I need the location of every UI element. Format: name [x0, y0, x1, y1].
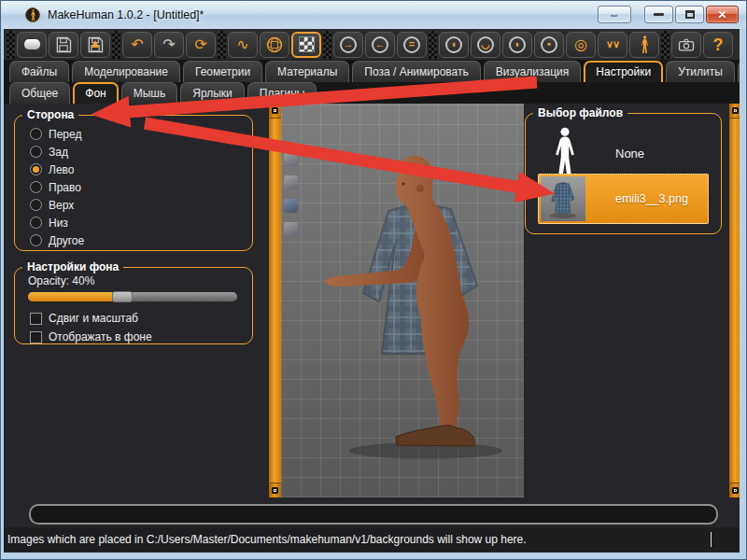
tab-geometries[interactable]: Геометрии [183, 61, 262, 82]
view-face-side-button[interactable]: • [534, 32, 564, 58]
status-bar: Images which are placed in C:/Users/Mast… [4, 527, 740, 552]
background-settings-title: Настройки фона [22, 260, 123, 273]
file-item-none[interactable]: None [544, 125, 703, 181]
radio-right[interactable]: Право [30, 178, 245, 196]
maximize-button[interactable] [675, 6, 704, 23]
background-button[interactable] [291, 32, 321, 58]
human-model-scene [281, 104, 524, 497]
tab-modelling[interactable]: Моделирование [72, 61, 180, 82]
opacity-slider[interactable] [28, 292, 237, 301]
radio-icon [30, 217, 42, 229]
reload-button[interactable]: ⟳ [186, 32, 216, 58]
flip-right-button[interactable]: → [333, 32, 363, 58]
save-floppy-icon [54, 35, 73, 54]
view-body-button[interactable] [629, 32, 659, 58]
radio-top[interactable]: Верх [30, 196, 245, 214]
main-tab-bar: Файлы Моделирование Геометрии Материалы … [4, 60, 740, 82]
model-ear [416, 185, 424, 192]
tab-pose-animate[interactable]: Поза / Анимировать [352, 61, 480, 82]
asset-thumbnail[interactable] [284, 175, 298, 189]
checkbox-icon [30, 331, 42, 343]
toolbar-separator [323, 31, 331, 59]
load-button[interactable] [80, 32, 110, 58]
splitter-handle-icon[interactable] [269, 104, 281, 119]
checkbox-move-scale[interactable]: Сдвиг и масштаб [30, 309, 152, 328]
view-face-right-button[interactable]: ◗ [502, 32, 532, 58]
grab-screenshot-button[interactable] [671, 32, 701, 58]
view-top-button[interactable]: ◎ [566, 32, 596, 58]
radio-other[interactable]: Другое [30, 231, 245, 249]
flip-right-icon: → [340, 36, 357, 53]
radio-left[interactable]: Лево [30, 161, 245, 178]
file-chooser-group: Выбор файлов None emili3__3.png [525, 113, 722, 234]
background-settings-group: Настройки фона Opacity: 40% Сдвиг и масш… [14, 267, 253, 344]
asset-thumbnail[interactable] [284, 199, 298, 213]
redo-button[interactable]: ↷ [154, 32, 184, 58]
view-face-bottom-button[interactable]: ◡ [471, 32, 500, 58]
view-face-left-button[interactable]: ◖ [439, 32, 469, 58]
symmetry-button[interactable]: = [397, 32, 427, 58]
new-document-icon [24, 39, 40, 49]
main-toolbar: ↶ ↷ ⟳ ∿ → ← = ◖ ◡ ◗ • ◎ ∨∨ ? [4, 29, 740, 60]
settings-sub-tab-bar: Общее Фон Мышь Ярлыки Плагины [4, 82, 740, 104]
undo-button[interactable]: ↶ [122, 32, 152, 58]
new-button[interactable] [17, 32, 47, 58]
file-item-emili3-selected[interactable]: emili3__3.png [538, 174, 709, 224]
radio-selected-icon [30, 163, 42, 175]
close-button[interactable]: ✕ [706, 6, 739, 23]
opacity-handle[interactable] [112, 291, 133, 302]
splitter-handle-icon[interactable] [729, 483, 740, 497]
radio-front[interactable]: Перед [30, 125, 245, 143]
right-panel-splitter[interactable] [729, 104, 740, 497]
toolbar-separator [429, 31, 437, 59]
flip-left-icon: ← [372, 36, 388, 53]
window-title: MakeHuman 1.0.2 - [Untitled]* [48, 8, 204, 21]
radio-back[interactable]: Зад [30, 143, 245, 161]
minimize-button[interactable] [644, 6, 673, 23]
human-silhouette-icon [550, 127, 580, 179]
face-left-icon: ◖ [445, 36, 462, 53]
subtab-plugins[interactable]: Плагины [247, 82, 317, 104]
smooth-button[interactable]: ∿ [228, 32, 258, 58]
tab-files[interactable]: Файлы [9, 61, 69, 82]
title-bar[interactable]: MakeHuman 1.0.2 - [Untitled]* ⇔ ✕ [1, 1, 746, 29]
tab-utilities[interactable]: Утилиты [666, 61, 735, 82]
left-panel-splitter[interactable] [269, 104, 281, 497]
radio-icon [30, 128, 42, 140]
tab-rendering[interactable]: Визуализация [484, 61, 582, 82]
side-group: Сторона Перед Зад Лево Право Верх Низ Др… [14, 115, 253, 251]
checkbox-show-in-background[interactable]: Отображать в фоне [30, 328, 152, 346]
splitter-handle-icon[interactable] [269, 483, 281, 497]
progress-bar [29, 504, 718, 525]
splitter-handle-icon[interactable] [729, 104, 740, 119]
tab-settings[interactable]: Настройки [584, 61, 663, 82]
resize-button[interactable]: ⇔ [598, 6, 631, 23]
symmetry-icon: = [403, 36, 420, 53]
makehuman-logo-icon [25, 7, 40, 22]
tab-help[interactable]: Помощь [738, 61, 740, 82]
makehuman-window: MakeHuman 1.0.2 - [Untitled]* ⇔ ✕ ↶ ↷ ⟳ … [0, 0, 747, 560]
help-button[interactable]: ? [703, 32, 733, 58]
save-button[interactable] [49, 32, 78, 58]
toolbar-separator [218, 31, 226, 59]
tab-materials[interactable]: Материалы [265, 61, 349, 82]
side-group-title: Сторона [22, 108, 78, 121]
asset-thumbnail[interactable] [284, 222, 298, 236]
radio-icon [30, 234, 42, 246]
wireframe-button[interactable] [260, 32, 289, 58]
file-chooser-title: Выбор файлов [533, 106, 627, 119]
view-feet-button[interactable]: ∨∨ [598, 32, 627, 58]
model-shoe [396, 426, 474, 446]
body-figure-icon [640, 35, 650, 54]
asset-thumbnail[interactable] [284, 152, 298, 166]
subtab-mouse[interactable]: Мышь [121, 82, 178, 104]
subtab-shortcuts[interactable]: Ярлыки [180, 82, 245, 104]
radio-bottom[interactable]: Низ [30, 214, 245, 231]
client-area: ↶ ↷ ⟳ ∿ → ← = ◖ ◡ ◗ • ◎ ∨∨ ? Файлы Мод [4, 29, 740, 553]
viewport-3d[interactable] [281, 104, 524, 497]
subtab-general[interactable]: Общее [9, 82, 70, 104]
maximize-icon [685, 10, 695, 19]
subtab-background[interactable]: Фон [73, 82, 118, 104]
viewport-asset-thumbnails [284, 152, 298, 236]
flip-left-button[interactable]: ← [365, 32, 395, 58]
